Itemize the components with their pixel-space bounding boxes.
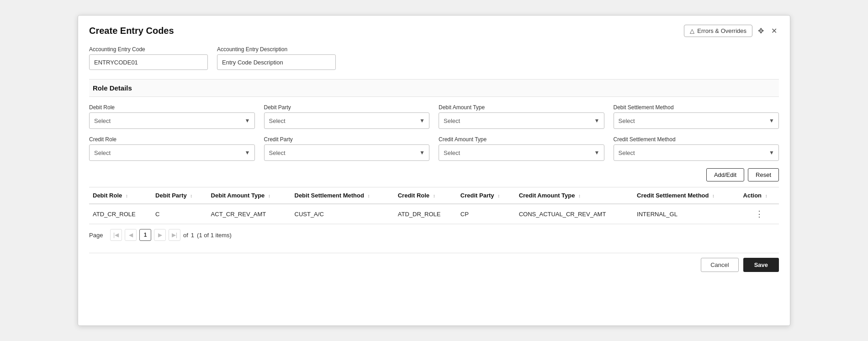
expand-icon[interactable]: ✥ bbox=[756, 25, 766, 37]
header-actions: △ Errors & Overrides ✥ ✕ bbox=[684, 25, 779, 37]
credit-role-wrapper: Select ▼ bbox=[89, 144, 255, 161]
debit-role-field: Debit Role Select ▼ bbox=[89, 104, 255, 129]
credit-role-field: Credit Role Select ▼ bbox=[89, 136, 255, 161]
next-page-button[interactable]: ▶ bbox=[154, 229, 166, 241]
sort-debit-role-icon[interactable]: ↕ bbox=[126, 193, 128, 198]
table-row: ATD_CR_ROLE C ACT_CR_REV_AMT CUST_A/C AT… bbox=[89, 204, 779, 224]
first-page-button[interactable]: |◀ bbox=[110, 229, 122, 241]
cell-debit-settlement-method: CUST_A/C bbox=[291, 204, 394, 224]
current-page bbox=[106, 232, 107, 239]
pagination-row: Page |◀ ◀ 1 ▶ ▶| of 1 (1 of 1 items) bbox=[89, 224, 779, 245]
credit-settlement-method-label: Credit Settlement Method bbox=[614, 136, 779, 143]
warning-icon: △ bbox=[690, 27, 694, 34]
role-details-title: Role Details bbox=[89, 79, 779, 97]
add-edit-button[interactable]: Add/Edit bbox=[706, 168, 744, 181]
credit-amount-type-label: Credit Amount Type bbox=[439, 136, 604, 143]
debit-settlement-method-select[interactable]: Select bbox=[614, 112, 779, 129]
sort-credit-amount-type-icon[interactable]: ↕ bbox=[578, 193, 581, 198]
entry-desc-field: Accounting Entry Description bbox=[217, 46, 336, 70]
reset-button[interactable]: Reset bbox=[748, 168, 779, 181]
cell-action: ⋮ bbox=[740, 204, 779, 224]
credit-party-select[interactable]: Select bbox=[264, 144, 430, 161]
debit-settlement-method-wrapper: Select ▼ bbox=[614, 112, 779, 129]
debit-party-select[interactable]: Select bbox=[264, 112, 430, 129]
sort-credit-role-icon[interactable]: ↕ bbox=[433, 193, 435, 198]
errors-overrides-button[interactable]: △ Errors & Overrides bbox=[684, 25, 752, 37]
action-menu-button[interactable]: ⋮ bbox=[743, 209, 775, 219]
debit-amount-type-field: Debit Amount Type Select ▼ bbox=[439, 104, 604, 129]
cell-credit-settlement-method: INTERNAL_GL bbox=[633, 204, 740, 224]
table-header-row: Debit Role ↕ Debit Party ↕ Debit Amount … bbox=[89, 187, 779, 204]
debit-settlement-method-field: Debit Settlement Method Select ▼ bbox=[614, 104, 779, 129]
credit-settlement-method-wrapper: Select ▼ bbox=[614, 144, 779, 161]
col-debit-amount-type: Debit Amount Type ↕ bbox=[207, 187, 291, 204]
sort-credit-party-icon[interactable]: ↕ bbox=[498, 193, 500, 198]
debit-amount-type-wrapper: Select ▼ bbox=[439, 112, 604, 129]
table-body: ATD_CR_ROLE C ACT_CR_REV_AMT CUST_A/C AT… bbox=[89, 204, 779, 224]
credit-settlement-method-field: Credit Settlement Method Select ▼ bbox=[614, 136, 779, 161]
debit-settlement-method-label: Debit Settlement Method bbox=[614, 104, 779, 111]
cell-debit-party: C bbox=[152, 204, 207, 224]
entry-code-label: Accounting Entry Code bbox=[89, 46, 208, 53]
credit-role-label: Credit Role bbox=[89, 136, 255, 143]
entry-codes-table: Debit Role ↕ Debit Party ↕ Debit Amount … bbox=[89, 187, 779, 224]
entry-desc-input[interactable] bbox=[217, 54, 336, 70]
cell-debit-role: ATD_CR_ROLE bbox=[89, 204, 152, 224]
action-row: Add/Edit Reset bbox=[89, 168, 779, 181]
sort-debit-amount-type-icon[interactable]: ↕ bbox=[268, 193, 270, 198]
total-pages: 1 bbox=[191, 232, 194, 239]
credit-role-select[interactable]: Select bbox=[89, 144, 255, 161]
debit-party-label: Debit Party bbox=[264, 104, 430, 111]
col-debit-role: Debit Role ↕ bbox=[89, 187, 152, 204]
debit-party-field: Debit Party Select ▼ bbox=[264, 104, 430, 129]
credit-settlement-method-select[interactable]: Select bbox=[614, 144, 779, 161]
cell-credit-amount-type: CONS_ACTUAL_CR_REV_AMT bbox=[515, 204, 633, 224]
last-page-button[interactable]: ▶| bbox=[169, 229, 180, 241]
credit-party-field: Credit Party Select ▼ bbox=[264, 136, 430, 161]
credit-party-wrapper: Select ▼ bbox=[264, 144, 430, 161]
of-label: of bbox=[183, 232, 188, 239]
table-header: Debit Role ↕ Debit Party ↕ Debit Amount … bbox=[89, 187, 779, 204]
items-info: (1 of 1 items) bbox=[197, 232, 232, 239]
modal-footer: Cancel Save bbox=[89, 253, 779, 272]
close-icon[interactable]: ✕ bbox=[769, 25, 779, 37]
prev-page-button[interactable]: ◀ bbox=[125, 229, 137, 241]
cell-debit-amount-type: ACT_CR_REV_AMT bbox=[207, 204, 291, 224]
entry-code-input[interactable] bbox=[89, 54, 208, 70]
entry-desc-label: Accounting Entry Description bbox=[217, 46, 336, 53]
col-credit-amount-type: Credit Amount Type ↕ bbox=[515, 187, 633, 204]
col-debit-party: Debit Party ↕ bbox=[152, 187, 207, 204]
cancel-button[interactable]: Cancel bbox=[701, 258, 738, 272]
col-credit-role: Credit Role ↕ bbox=[394, 187, 457, 204]
page-number-button[interactable]: 1 bbox=[139, 229, 151, 241]
col-debit-settlement-method: Debit Settlement Method ↕ bbox=[291, 187, 394, 204]
cell-credit-role: ATD_DR_ROLE bbox=[394, 204, 457, 224]
sort-debit-settlement-icon[interactable]: ↕ bbox=[368, 193, 370, 198]
sort-action-icon[interactable]: ↕ bbox=[765, 193, 767, 198]
entry-code-field: Accounting Entry Code bbox=[89, 46, 208, 70]
debit-role-wrapper: Select ▼ bbox=[89, 112, 255, 129]
sort-debit-party-icon[interactable]: ↕ bbox=[190, 193, 192, 198]
sort-credit-settlement-icon[interactable]: ↕ bbox=[712, 193, 715, 198]
col-action: Action ↕ bbox=[740, 187, 779, 204]
modal-title: Create Entry Codes bbox=[89, 26, 174, 36]
col-credit-settlement-method: Credit Settlement Method ↕ bbox=[633, 187, 740, 204]
credit-amount-type-wrapper: Select ▼ bbox=[439, 144, 604, 161]
save-button[interactable]: Save bbox=[743, 258, 779, 272]
debit-party-wrapper: Select ▼ bbox=[264, 112, 430, 129]
modal-header: Create Entry Codes △ Errors & Overrides … bbox=[89, 25, 779, 37]
page-label: Page bbox=[89, 232, 103, 239]
cell-credit-party: CP bbox=[457, 204, 515, 224]
top-form: Accounting Entry Code Accounting Entry D… bbox=[89, 46, 779, 70]
create-entry-codes-modal: Create Entry Codes △ Errors & Overrides … bbox=[78, 15, 790, 326]
debit-role-select[interactable]: Select bbox=[89, 112, 255, 129]
role-details-grid: Debit Role Select ▼ Debit Party Select ▼… bbox=[89, 104, 779, 161]
debit-amount-type-label: Debit Amount Type bbox=[439, 104, 604, 111]
credit-party-label: Credit Party bbox=[264, 136, 430, 143]
credit-amount-type-select[interactable]: Select bbox=[439, 144, 604, 161]
debit-amount-type-select[interactable]: Select bbox=[439, 112, 604, 129]
credit-amount-type-field: Credit Amount Type Select ▼ bbox=[439, 136, 604, 161]
debit-role-label: Debit Role bbox=[89, 104, 255, 111]
col-credit-party: Credit Party ↕ bbox=[457, 187, 515, 204]
